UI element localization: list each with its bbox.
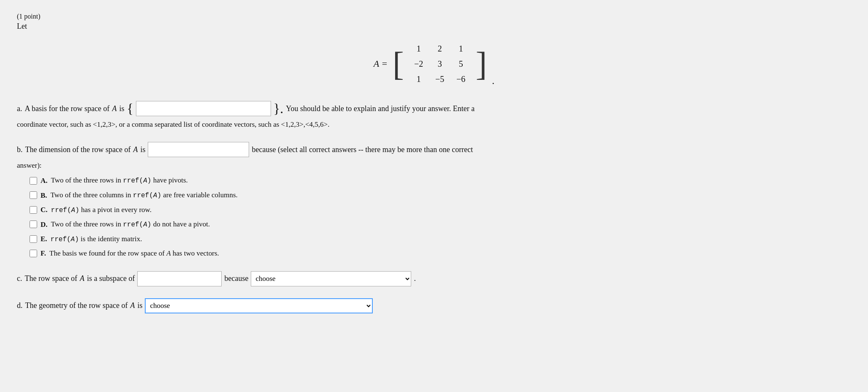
- choice-B: B. Two of the three columns in rref(A) a…: [30, 189, 851, 201]
- question-c-input[interactable]: [137, 271, 222, 286]
- choice-A: A. Two of the three rows in rref(A) have…: [30, 174, 851, 187]
- bracket-left: [: [393, 47, 404, 81]
- question-b-prefix: b.: [17, 144, 23, 156]
- checkbox-A[interactable]: [30, 177, 37, 185]
- close-brace: }.: [274, 102, 283, 115]
- checkbox-list: A. Two of the three rows in rref(A) have…: [30, 174, 851, 259]
- checkbox-E[interactable]: [30, 235, 37, 243]
- cell-2-0: 1: [412, 74, 425, 84]
- question-d-line: d. The geometry of the row space of A is…: [17, 298, 851, 313]
- question-a-text2: is: [119, 103, 124, 115]
- question-d-dropdown[interactable]: choose: [145, 298, 373, 313]
- choice-F-text: The basis we found for the row space of …: [49, 248, 219, 259]
- question-c-period: .: [414, 272, 416, 285]
- question-c-text1: The row space of: [25, 272, 77, 285]
- question-a: a. A basis for the row space of A is { }…: [17, 101, 851, 130]
- question-a-text1: A basis for the row space of: [25, 103, 110, 115]
- choice-C-text: rref(A) has a pivot in every row.: [51, 204, 152, 216]
- checkbox-F[interactable]: [30, 250, 37, 257]
- choice-E: E. rref(A) is the identity matrix.: [30, 233, 851, 245]
- cell-0-0: 1: [412, 44, 425, 54]
- choice-A-text: Two of the three rows in rref(A) have pi…: [51, 174, 188, 187]
- question-b-text2: is: [140, 144, 145, 156]
- question-d-A: A: [130, 299, 135, 312]
- choice-F-label: F.: [41, 248, 46, 259]
- question-a-input[interactable]: [136, 101, 271, 116]
- question-b-input[interactable]: [148, 142, 249, 157]
- cell-2-2: −6: [455, 74, 467, 84]
- checkbox-C[interactable]: [30, 206, 37, 214]
- question-c-dropdown[interactable]: choose: [251, 271, 411, 286]
- point-label: (1 point): [17, 13, 851, 20]
- cell-1-0: −2: [412, 59, 425, 69]
- question-b-text3: because (select all correct answers -- t…: [252, 144, 473, 156]
- question-b: b. The dimension of the row space of A i…: [17, 142, 851, 259]
- question-c-text2: is a subspace of: [87, 272, 135, 285]
- question-d: d. The geometry of the row space of A is…: [17, 298, 851, 313]
- cell-2-1: −5: [434, 74, 446, 84]
- matrix-period: .: [492, 75, 494, 87]
- checkbox-B[interactable]: [30, 191, 37, 199]
- matrix-equation: A = [ 1 2 1 −2 3 5 1 −5 −6 ] .: [374, 39, 495, 88]
- question-b-text1: The dimension of the row space of: [25, 144, 131, 156]
- question-b-subtext: answer):: [17, 160, 851, 171]
- choice-B-text: Two of the three columns in rref(A) are …: [51, 189, 238, 201]
- open-brace: {: [127, 102, 133, 115]
- cell-0-2: 1: [455, 44, 467, 54]
- question-d-text2: is: [137, 299, 142, 312]
- choice-E-label: E.: [41, 233, 47, 245]
- choice-C: C. rref(A) has a pivot in every row.: [30, 204, 851, 216]
- question-a-A: A: [112, 103, 117, 115]
- question-c-prefix: c.: [17, 272, 22, 285]
- checkbox-D[interactable]: [30, 220, 37, 228]
- matrix-grid: 1 2 1 −2 3 5 1 −5 −6: [405, 39, 475, 88]
- cell-1-1: 3: [434, 59, 446, 69]
- choice-D-text: Two of the three rows in rref(A) do not …: [51, 218, 210, 231]
- choice-B-label: B.: [41, 190, 47, 201]
- question-d-prefix: d.: [17, 299, 23, 312]
- matrix-section: A = [ 1 2 1 −2 3 5 1 −5 −6 ] .: [17, 39, 851, 88]
- choice-A-label: A.: [41, 175, 48, 186]
- choice-D: D. Two of the three rows in rref(A) do n…: [30, 218, 851, 231]
- choice-C-label: C.: [41, 204, 48, 215]
- question-d-text1: The geometry of the row space of: [25, 299, 128, 312]
- question-b-A: A: [133, 144, 138, 156]
- question-a-prefix: a.: [17, 103, 22, 115]
- bracket-right: ]: [476, 47, 487, 81]
- question-c-line: c. The row space of A is a subspace of b…: [17, 271, 851, 286]
- choice-E-text: rref(A) is the identity matrix.: [51, 233, 142, 245]
- cell-1-2: 5: [455, 59, 467, 69]
- question-c-A: A: [80, 272, 84, 285]
- question-a-subtext: coordinate vector, such as <1,2,3>, or a…: [17, 119, 851, 130]
- question-c-text3: because: [224, 272, 248, 285]
- matrix-equals: A =: [374, 58, 388, 69]
- question-a-line: a. A basis for the row space of A is { }…: [17, 101, 851, 116]
- cell-0-1: 2: [434, 44, 446, 54]
- choice-F: F. The basis we found for the row space …: [30, 248, 851, 259]
- question-c: c. The row space of A is a subspace of b…: [17, 271, 851, 286]
- question-b-line: b. The dimension of the row space of A i…: [17, 142, 851, 157]
- matrix-bracket-wrap: [ 1 2 1 −2 3 5 1 −5 −6 ]: [393, 39, 487, 88]
- let-label: Let: [17, 22, 851, 31]
- choice-D-label: D.: [41, 219, 48, 230]
- question-a-text3: You should be able to explain and justif…: [286, 103, 475, 115]
